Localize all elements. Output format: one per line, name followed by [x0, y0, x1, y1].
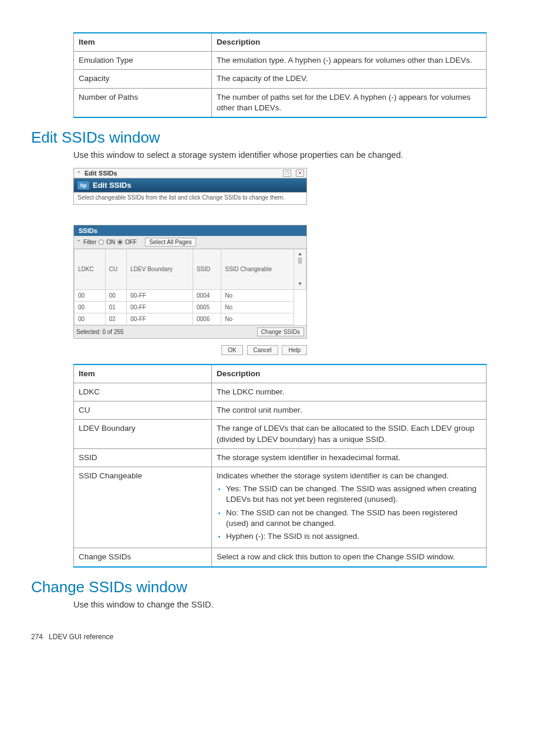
section-heading-edit-ssids: Edit SSIDs window [31, 129, 487, 147]
item-description-table-1: Item Description Emulation Type The emul… [73, 32, 487, 118]
table-header-item: Item [74, 364, 212, 383]
edit-ssids-dialog: ⌃ Edit SSIDs □ ✕ hp Edit SSIDs Select ch… [73, 168, 307, 353]
bullet-item: Yes: The SSID can be changed. The SSID w… [226, 484, 481, 505]
item-cell: Number of Paths [74, 88, 212, 117]
desc-cell: Indicates whether the storage system ide… [212, 467, 487, 548]
cell-ldkc: 00 [75, 313, 106, 325]
ok-button[interactable]: OK [221, 345, 242, 355]
ssids-row[interactable]: 00 00 00-FF 0004 No [75, 289, 306, 301]
cell-ssid-changeable: No [221, 301, 294, 313]
bullet-item: No: The SSID can not be changed. The SSI… [226, 508, 481, 529]
table-row: Emulation Type The emulation type. A hyp… [74, 52, 487, 70]
filter-label: Filter [83, 239, 96, 245]
table-row: SSID The storage system identifier in he… [74, 448, 487, 467]
dialog-title: Edit SSIDs [85, 170, 278, 177]
ssids-row[interactable]: 00 01 00-FF 0005 No [75, 301, 306, 313]
select-all-pages-button[interactable]: Select All Pages [145, 238, 195, 247]
table-row: Change SSIDs Select a row and click this… [74, 548, 487, 567]
ssids-footer: Selected: 0 of 255 Change SSIDs [74, 325, 306, 338]
cell-cu: 00 [105, 289, 127, 301]
ssids-grid: LDKC CU LDEV Boundary SSID SSID Changeab… [74, 249, 306, 325]
change-ssids-button[interactable]: Change SSIDs [257, 328, 304, 336]
selected-count: Selected: 0 of 255 [76, 329, 257, 335]
dialog-titlebar: ⌃ Edit SSIDs □ ✕ [73, 168, 307, 178]
desc-cell: The storage system identifier in hexadec… [212, 448, 487, 467]
desc-cell: The LDKC number. [212, 383, 487, 401]
dialog-header: hp Edit SSIDs [73, 178, 307, 193]
table-row: Number of Paths The number of paths set … [74, 88, 487, 117]
page-footer: 274 LDEV GUI reference [31, 633, 487, 641]
cell-ssid: 0005 [193, 301, 221, 313]
dialog-buttons: OK Cancel Help [73, 347, 307, 353]
filter-collapse-icon[interactable]: ⌃ [76, 239, 81, 245]
table-header-item: Item [74, 33, 212, 52]
desc-cell: The control unit number. [212, 401, 487, 420]
cell-ldev-boundary: 00-FF [127, 301, 193, 313]
chapter-name: LDEV GUI reference [49, 633, 113, 641]
item-cell: SSID [74, 448, 212, 467]
cell-ldkc: 00 [75, 301, 106, 313]
scrollbar[interactable]: ▲ ▼ [294, 249, 306, 290]
dialog-instruction: Select changeable SSIDs from the list an… [73, 193, 307, 205]
maximize-button[interactable]: □ [283, 170, 291, 177]
item-cell: Change SSIDs [74, 548, 212, 567]
collapse-icon[interactable]: ⌃ [76, 170, 81, 177]
bullet-item: Hyphen (-): The SSID is not assigned. [226, 531, 481, 542]
item-cell: CU [74, 401, 212, 420]
filter-on-radio[interactable] [99, 239, 104, 245]
ssids-panel-title: SSIDs [74, 225, 306, 236]
desc-bullets: Yes: The SSID can be changed. The SSID w… [217, 484, 481, 542]
filter-off-radio[interactable] [117, 239, 123, 245]
filter-off-label: OFF [125, 239, 137, 245]
col-ldkc[interactable]: LDKC [75, 249, 106, 290]
filter-on-label: ON [106, 239, 115, 245]
table-row: LDKC The LDKC number. [74, 383, 487, 401]
table-header-description: Description [212, 33, 487, 52]
table-row: Capacity The capacity of the LDEV. [74, 70, 487, 88]
item-cell: SSID Changeable [74, 467, 212, 548]
hp-logo-icon: hp [77, 181, 89, 190]
col-ssid[interactable]: SSID [193, 249, 221, 290]
table-row: SSID Changeable Indicates whether the st… [74, 467, 487, 548]
cell-ldkc: 00 [75, 289, 106, 301]
dialog-header-text: Edit SSIDs [93, 181, 131, 190]
cancel-button[interactable]: Cancel [247, 345, 278, 355]
item-cell: LDKC [74, 383, 212, 401]
ssids-row[interactable]: 00 02 00-FF 0006 No [75, 313, 306, 325]
table-row: LDEV Boundary The range of LDEVs that ca… [74, 420, 487, 448]
item-description-table-2: Item Description LDKC The LDKC number. C… [73, 364, 487, 568]
desc-cell: The number of paths set for the LDEV. A … [212, 88, 487, 117]
desc-cell: The range of LDEVs that can be allocated… [212, 420, 487, 448]
cell-ldev-boundary: 00-FF [127, 313, 193, 325]
table-header-description: Description [212, 364, 487, 383]
item-cell: Emulation Type [74, 52, 212, 70]
desc-lead: Indicates whether the storage system ide… [217, 471, 448, 480]
col-ldev-boundary[interactable]: LDEV Boundary [127, 249, 193, 290]
ssids-panel: SSIDs ⌃ Filter ON OFF Select All Pages L… [73, 225, 307, 339]
ssids-toolbar: ⌃ Filter ON OFF Select All Pages [74, 236, 306, 249]
section-heading-change-ssids: Change SSIDs window [31, 578, 487, 596]
cell-ssid: 0004 [193, 289, 221, 301]
section-intro: Use this window to change the SSID. [73, 600, 487, 609]
desc-cell: Select a row and click this button to op… [212, 548, 487, 567]
close-button[interactable]: ✕ [296, 170, 304, 177]
col-cu[interactable]: CU [105, 249, 127, 290]
help-button[interactable]: Help [282, 345, 307, 355]
table-row: CU The control unit number. [74, 401, 487, 420]
cell-cu: 02 [105, 313, 127, 325]
cell-ssid-changeable: No [221, 313, 294, 325]
item-cell: Capacity [74, 70, 212, 88]
desc-cell: The capacity of the LDEV. [212, 70, 487, 88]
item-cell: LDEV Boundary [74, 420, 212, 448]
cell-cu: 01 [105, 301, 127, 313]
cell-ldev-boundary: 00-FF [127, 289, 193, 301]
page-number: 274 [31, 633, 43, 641]
cell-ssid-changeable: No [221, 289, 294, 301]
col-ssid-changeable[interactable]: SSID Changeable [221, 249, 294, 290]
cell-ssid: 0006 [193, 313, 221, 325]
section-intro: Use this window to select a storage syst… [73, 150, 487, 160]
desc-cell: The emulation type. A hyphen (-) appears… [212, 52, 487, 70]
